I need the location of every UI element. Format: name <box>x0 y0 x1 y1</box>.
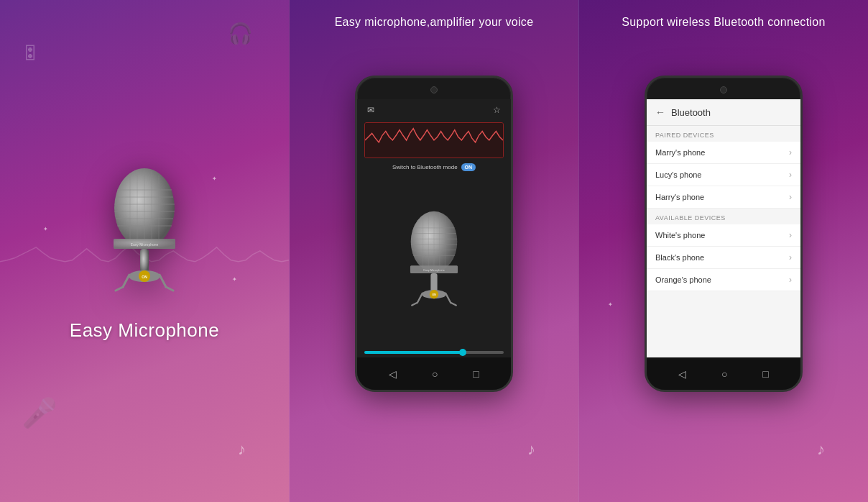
phone-frame-2: ✉ ☆ Switch to Bluetooth mode ON <box>355 76 513 392</box>
svg-line-45 <box>451 303 456 306</box>
svg-line-21 <box>116 287 123 291</box>
paired-device-name-1: Marry's phone <box>655 148 705 157</box>
paired-device-name-2: Lucy's phone <box>655 170 701 179</box>
svg-text:ON: ON <box>432 293 436 296</box>
chevron-right-icon-3: › <box>789 192 792 202</box>
bluetooth-title: Bluetooth <box>671 107 711 118</box>
slider-thumb[interactable] <box>459 349 466 356</box>
list-item[interactable]: Marry's phone › <box>647 142 800 164</box>
chevron-right-icon-2: › <box>789 170 792 180</box>
list-item[interactable]: Black's phone › <box>647 247 800 269</box>
svg-line-20 <box>160 275 166 287</box>
screen2-content: ✉ ☆ Switch to Bluetooth mode ON <box>357 99 511 357</box>
chevron-right-icon-6: › <box>789 275 792 285</box>
envelope-icon: ✉ <box>367 105 374 115</box>
svg-line-44 <box>412 303 417 306</box>
svg-line-22 <box>166 287 173 291</box>
music-note-icon: ♪ <box>238 440 246 459</box>
phone-nav-bar-3: ◁ ○ □ <box>647 357 800 390</box>
sparkle-4: ✦ <box>608 301 613 308</box>
app-title: Easy Microphone <box>70 319 219 342</box>
available-device-name-1: White's phone <box>655 231 705 239</box>
panel-3-heading: Support wireless Bluetooth connection <box>607 0 839 36</box>
microphone-illustration: Easy Microphone ON Easy Microphone <box>70 161 219 342</box>
bluetooth-header: ← Bluetooth <box>647 99 800 126</box>
panel-2: Easy microphone,amplifier your voice ✉ ☆ <box>289 0 579 502</box>
music-note-3-icon: ♪ <box>817 440 825 459</box>
back-nav-btn-2[interactable]: ◁ <box>389 368 397 380</box>
home-nav-btn-2[interactable]: ○ <box>432 368 438 380</box>
sparkle-1: ✦ <box>43 226 48 232</box>
phone-nav-bar-2: ◁ ○ □ <box>357 357 511 390</box>
available-devices-header: AVAILABLE DEVICES <box>647 209 800 224</box>
svg-line-19 <box>123 275 129 287</box>
chevron-right-icon-1: › <box>789 147 792 158</box>
panel-1: 🎧 🎛 🎤 ✦ ✦ ✦ <box>0 0 289 502</box>
available-device-name-3: Orange's phone <box>655 275 711 284</box>
chevron-right-icon-4: › <box>789 230 792 240</box>
phone-camera-3 <box>720 86 727 93</box>
panel-2-heading: Easy microphone,amplifier your voice <box>320 0 548 36</box>
phone-camera-2 <box>430 86 438 93</box>
screen2-mic-illustration: Easy Microphone ON <box>398 175 470 347</box>
home-nav-btn-3[interactable]: ○ <box>721 368 727 380</box>
music-note-2-icon: ♪ <box>527 440 535 459</box>
star-icon: ☆ <box>493 105 501 115</box>
list-item[interactable]: White's phone › <box>647 224 800 247</box>
list-item[interactable]: Orange's phone › <box>647 269 800 291</box>
list-item[interactable]: Harry's phone › <box>647 186 800 209</box>
deco-turntable-icon: 🎛 <box>22 43 39 63</box>
paired-devices-header: PAIRED DEVICES <box>647 126 800 142</box>
available-device-name-2: Black's phone <box>655 253 704 262</box>
phone-mic-svg: Easy Microphone ON <box>398 204 470 319</box>
toggle-on-badge[interactable]: ON <box>461 163 476 171</box>
svg-text:ON: ON <box>142 275 147 279</box>
phone-frame-3: ← Bluetooth PAIRED DEVICES Marry's phone… <box>645 76 803 392</box>
mic-svg: Easy Microphone ON <box>98 161 191 305</box>
bt-back-arrow-icon[interactable]: ← <box>655 106 665 118</box>
screen2-topbar: ✉ ☆ <box>357 99 511 121</box>
panel-3: Support wireless Bluetooth connection ✦ … <box>579 0 868 502</box>
back-nav-btn-3[interactable]: ◁ <box>678 368 686 380</box>
bluetooth-toggle-label: Switch to Bluetooth mode <box>392 164 458 170</box>
chevron-right-icon-5: › <box>789 252 792 263</box>
deco-mic-ghost-icon: 🎤 <box>22 396 57 430</box>
recent-nav-btn-2[interactable]: □ <box>473 368 479 380</box>
paired-device-name-3: Harry's phone <box>655 193 704 201</box>
svg-rect-38 <box>430 273 437 293</box>
svg-line-42 <box>417 293 423 303</box>
phone-screen-3: ← Bluetooth PAIRED DEVICES Marry's phone… <box>647 99 800 357</box>
deco-headphones-icon: 🎧 <box>228 22 253 45</box>
recent-nav-btn-3[interactable]: □ <box>762 368 768 380</box>
volume-slider[interactable] <box>364 351 504 354</box>
svg-line-43 <box>445 293 451 303</box>
bluetooth-toggle-row: Switch to Bluetooth mode ON <box>392 160 476 175</box>
svg-text:Easy Microphone: Easy Microphone <box>131 242 159 247</box>
list-item[interactable]: Lucy's phone › <box>647 164 800 186</box>
bluetooth-screen: ← Bluetooth PAIRED DEVICES Marry's phone… <box>647 99 800 357</box>
svg-text:Easy Microphone: Easy Microphone <box>423 269 445 272</box>
svg-rect-15 <box>140 249 149 274</box>
phone-screen-2: ✉ ☆ Switch to Bluetooth mode ON <box>357 99 511 357</box>
waveform-display <box>364 122 504 158</box>
